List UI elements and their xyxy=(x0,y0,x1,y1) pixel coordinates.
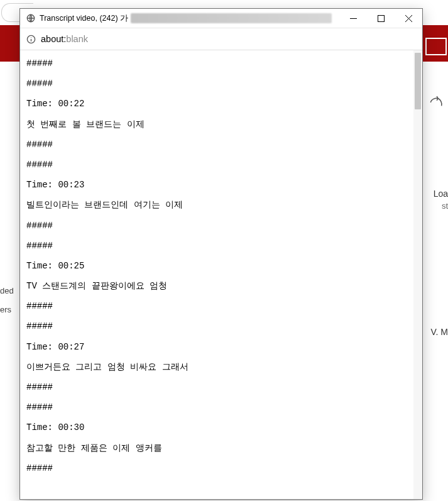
bg-theater-icon xyxy=(425,38,447,55)
separator: ##### xyxy=(26,58,408,69)
share-icon[interactable] xyxy=(428,94,444,111)
time-label: Time: 00:27 xyxy=(26,341,408,353)
svg-point-3 xyxy=(31,37,31,38)
transcript-text: 참고할 만한 제품은 이제 앵커를 xyxy=(26,443,408,454)
info-icon[interactable] xyxy=(26,35,36,44)
time-label: Time: 00:30 xyxy=(26,422,408,433)
bg-text-st: st xyxy=(442,201,448,211)
close-button[interactable] xyxy=(395,9,422,28)
separator: ##### xyxy=(26,240,408,251)
transcript-block: #####Time: 00:27이쁘거든요 그리고 엄청 비싸요 그래서####… xyxy=(26,321,408,393)
separator: ##### xyxy=(26,300,408,312)
separator: ##### xyxy=(26,159,408,170)
client-area: ##########Time: 00:22첫 번째로 볼 브랜드는 이제####… xyxy=(20,50,422,499)
title-blurred xyxy=(131,13,332,23)
time-label: Time: 00:22 xyxy=(26,98,408,109)
scrollbar-thumb[interactable] xyxy=(415,53,421,109)
transcript-block: #####Time: 00:30참고할 만한 제품은 이제 앵커를##### xyxy=(26,402,408,474)
bg-text-vm: V. M xyxy=(431,327,449,337)
popup-window: Transcript video, (242) 가 about:blank ##… xyxy=(19,8,423,500)
maximize-button[interactable] xyxy=(367,9,395,28)
minimize-button[interactable] xyxy=(339,9,367,28)
url-text: about:blank xyxy=(41,34,88,44)
time-label: Time: 00:23 xyxy=(26,179,408,190)
transcript-text: 이쁘거든요 그리고 엄청 비싸요 그래서 xyxy=(26,361,408,373)
transcript-block: #####Time: 00:23빌트인이라는 브랜드인데 여기는 이제##### xyxy=(26,159,408,231)
transcript-block: ##### xyxy=(26,58,408,69)
time-label: Time: 00:25 xyxy=(26,260,408,272)
window-title: Transcript video, (242) 가 xyxy=(40,13,128,24)
transcript-text: TV 스탠드계의 끝판왕이에요 엄청 xyxy=(26,280,408,292)
separator: ##### xyxy=(26,139,408,150)
transcript-text: 빌트인이라는 브랜드인데 여기는 이제 xyxy=(26,199,408,211)
url-scheme: about: xyxy=(41,34,66,44)
transcript-block: #####Time: 00:25TV 스탠드계의 끝판왕이에요 엄청##### xyxy=(26,240,408,312)
separator: ##### xyxy=(26,463,408,474)
bg-text-ers: ers xyxy=(0,305,11,314)
transcript-text: 첫 번째로 볼 브랜드는 이제 xyxy=(26,119,408,130)
address-bar[interactable]: about:blank xyxy=(20,28,422,50)
transcript-block: #####Time: 00:22첫 번째로 볼 브랜드는 이제##### xyxy=(26,78,408,150)
window-controls xyxy=(339,9,422,28)
globe-icon xyxy=(26,14,35,23)
bg-text-loa: Loa xyxy=(434,189,448,199)
separator: ##### xyxy=(26,382,408,393)
separator: ##### xyxy=(26,78,408,89)
separator: ##### xyxy=(26,402,408,413)
title-bar[interactable]: Transcript video, (242) 가 xyxy=(20,9,422,28)
transcript-content[interactable]: ##########Time: 00:22첫 번째로 볼 브랜드는 이제####… xyxy=(20,50,413,499)
separator: ##### xyxy=(26,220,408,231)
separator: ##### xyxy=(26,321,408,332)
svg-rect-1 xyxy=(378,15,384,21)
bg-text-ded: ded xyxy=(0,286,14,295)
vertical-scrollbar[interactable] xyxy=(413,50,422,499)
url-path: blank xyxy=(66,34,88,44)
